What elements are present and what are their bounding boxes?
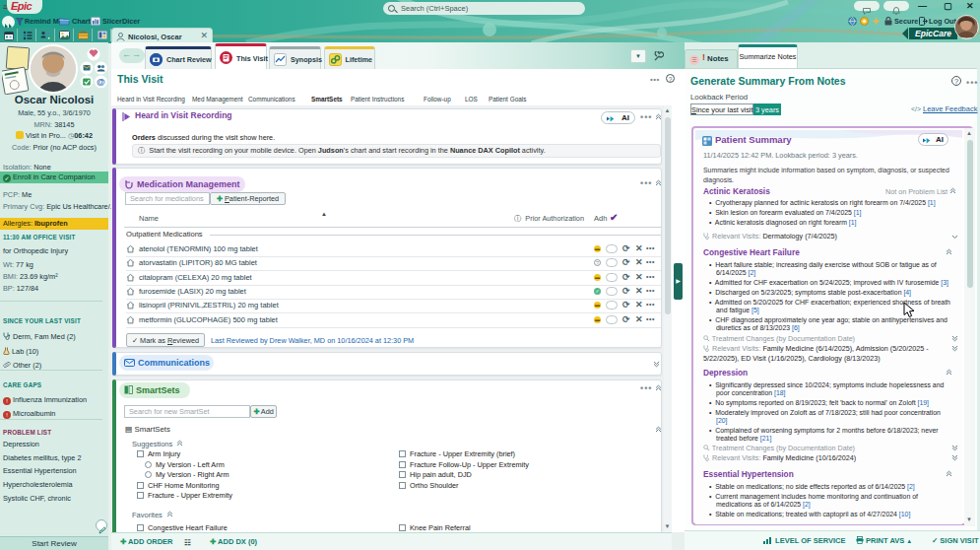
svg-text:@: @	[97, 77, 105, 87]
